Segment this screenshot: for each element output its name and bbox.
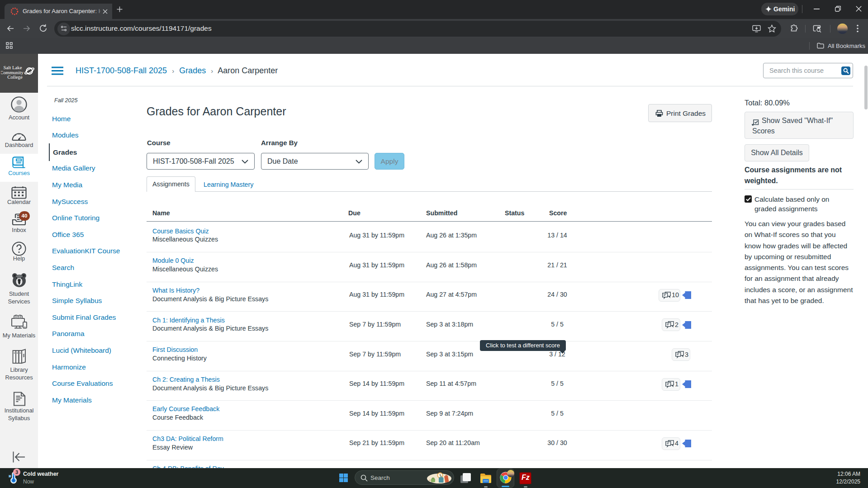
svg-text:College: College [7,74,23,80]
